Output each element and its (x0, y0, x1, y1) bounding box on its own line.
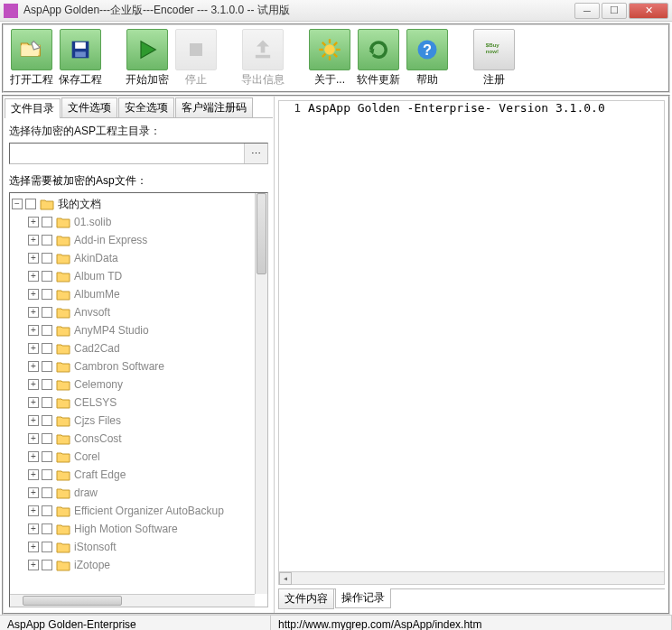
tree-item[interactable]: +Cad2Cad (12, 339, 253, 357)
tree-item[interactable]: +Cjzs Files (12, 412, 253, 430)
checkbox[interactable] (42, 379, 52, 390)
tab-security-options[interactable]: 安全选项 (118, 97, 174, 117)
tree-item[interactable]: +Anvsoft (12, 303, 253, 321)
tree-item[interactable]: +01.solib (12, 213, 253, 231)
about-button[interactable]: 关于... (305, 27, 354, 89)
minimize-button[interactable]: ─ (574, 3, 600, 19)
tree-item[interactable]: +Corel (12, 448, 253, 466)
folder-icon (56, 234, 70, 246)
start-encrypt-button[interactable]: 开始加密 (123, 27, 172, 89)
expand-icon[interactable]: + (28, 361, 39, 372)
file-tree[interactable]: −我的文档+01.solib+Add-in Express+AkinData+A… (10, 193, 255, 594)
checkbox[interactable] (42, 343, 52, 354)
tree-item[interactable]: +Efficient Organizer AutoBackup (12, 502, 253, 520)
expand-icon[interactable]: + (28, 523, 39, 534)
tab-file-content[interactable]: 文件内容 (278, 589, 334, 609)
code-editor[interactable]: 1 AspApp Golden -Enterprise- Version 3.1… (278, 100, 665, 585)
checkbox[interactable] (42, 217, 52, 227)
folder-icon (56, 468, 70, 481)
checkbox[interactable] (42, 361, 52, 372)
checkbox[interactable] (42, 235, 52, 246)
tab-operation-log[interactable]: 操作记录 (335, 588, 391, 608)
expand-icon[interactable]: + (28, 560, 39, 570)
expand-icon[interactable]: + (28, 307, 39, 318)
checkbox[interactable] (42, 451, 52, 462)
folder-icon (56, 252, 70, 264)
tree-item[interactable]: +High Motion Software (12, 520, 253, 538)
tree-item-label: AkinData (74, 252, 118, 264)
bottom-tabs: 文件内容 操作记录 (278, 588, 665, 609)
checkbox[interactable] (25, 199, 36, 209)
checkbox[interactable] (42, 523, 52, 534)
browse-button[interactable]: ⋯ (244, 144, 267, 163)
expand-icon[interactable]: + (28, 433, 39, 444)
expand-icon[interactable]: + (28, 397, 39, 408)
save-project-button[interactable]: 保存工程 (56, 27, 105, 89)
checkbox[interactable] (42, 469, 52, 480)
expand-icon[interactable]: + (28, 235, 39, 246)
tree-item[interactable]: +AlbumMe (12, 285, 253, 303)
open-project-button[interactable]: 打开工程 (7, 27, 56, 89)
close-button[interactable]: ✕ (629, 3, 668, 19)
expand-icon[interactable]: + (28, 469, 39, 480)
expand-icon[interactable]: + (28, 451, 39, 462)
checkbox[interactable] (42, 415, 52, 426)
tab-file-directory[interactable]: 文件目录 (5, 98, 61, 118)
tree-item[interactable]: +CELSYS (12, 394, 253, 412)
tree-item[interactable]: +AnyMP4 Studio (12, 321, 253, 339)
tree-item[interactable]: +Craft Edge (12, 466, 253, 484)
update-button[interactable]: 软件更新 (354, 27, 403, 89)
status-app-name: AspApp Golden-Enterprise (0, 616, 271, 630)
expand-icon[interactable]: + (28, 217, 39, 227)
folder-icon (56, 559, 70, 571)
register-button[interactable]: $Buynow! 注册 (470, 27, 518, 89)
tree-item[interactable]: +AkinData (12, 249, 253, 267)
checkbox[interactable] (42, 307, 52, 318)
checkbox[interactable] (42, 560, 52, 570)
tree-item[interactable]: +Add-in Express (12, 231, 253, 249)
horizontal-scrollbar[interactable] (10, 594, 255, 607)
checkbox[interactable] (42, 487, 52, 498)
directory-input[interactable] (10, 144, 244, 163)
expand-icon[interactable]: + (28, 542, 39, 552)
expand-icon[interactable]: + (28, 289, 39, 300)
expand-icon[interactable]: + (28, 271, 39, 282)
tree-item-label: Album TD (74, 270, 122, 283)
tree-item[interactable]: +Cambron Software (12, 357, 253, 375)
expand-icon[interactable]: + (28, 325, 39, 336)
checkbox[interactable] (42, 397, 52, 408)
tree-item[interactable]: +Celemony (12, 375, 253, 394)
maximize-button[interactable]: ☐ (602, 3, 627, 19)
help-button[interactable]: ? 帮助 (403, 27, 452, 89)
expand-icon[interactable]: + (28, 487, 39, 498)
start-encrypt-label: 开始加密 (124, 72, 171, 88)
folder-icon (56, 414, 70, 427)
tree-item-label: 我的文档 (58, 197, 101, 212)
checkbox[interactable] (42, 325, 52, 336)
vertical-scrollbar[interactable] (255, 193, 267, 594)
expand-icon[interactable]: + (28, 379, 39, 390)
tree-item[interactable]: +iZotope (12, 556, 253, 574)
checkbox[interactable] (42, 271, 52, 282)
tree-item-label: Cjzs Files (74, 414, 121, 427)
tree-item[interactable]: +Album TD (12, 267, 253, 285)
tab-file-options[interactable]: 文件选项 (61, 97, 117, 117)
expand-icon[interactable]: + (28, 253, 39, 264)
tree-item[interactable]: +ConsCost (12, 430, 253, 448)
tree-item[interactable]: +iStonsoft (12, 538, 253, 556)
checkbox[interactable] (42, 542, 52, 552)
checkbox[interactable] (42, 253, 52, 264)
checkbox[interactable] (42, 433, 52, 444)
tree-root[interactable]: −我的文档 (12, 195, 253, 213)
expand-icon[interactable]: + (28, 343, 39, 354)
expand-icon[interactable]: − (12, 199, 23, 209)
checkbox[interactable] (42, 289, 52, 300)
tree-item[interactable]: +draw (12, 484, 253, 502)
editor-horizontal-scrollbar[interactable]: ◂ (279, 571, 664, 584)
checkbox[interactable] (42, 505, 52, 516)
svg-rect-2 (75, 51, 86, 57)
folder-icon (56, 396, 70, 409)
expand-icon[interactable]: + (28, 415, 39, 426)
expand-icon[interactable]: + (28, 505, 39, 516)
tab-client-regcode[interactable]: 客户端注册码 (175, 97, 253, 117)
